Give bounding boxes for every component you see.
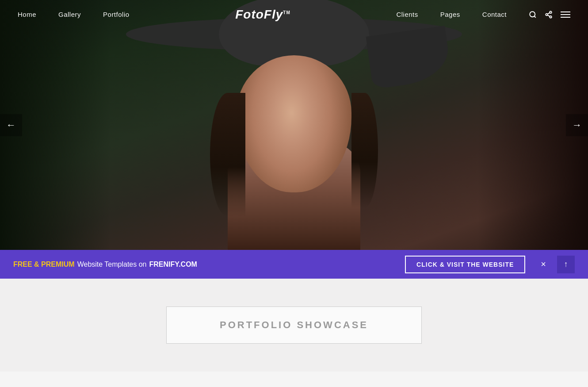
- portfolio-showcase-label: PORTFOLIO SHOWCASE: [220, 319, 368, 330]
- svg-line-1: [534, 16, 535, 17]
- svg-line-5: [547, 15, 550, 16]
- svg-point-0: [530, 11, 535, 17]
- left-arrow-icon: ←: [6, 119, 16, 131]
- nav-item-pages[interactable]: Pages: [440, 11, 460, 18]
- search-icon[interactable]: [529, 11, 537, 19]
- nav-right: Clients Pages Contact: [396, 11, 570, 19]
- banner-frenify-label: FRENIFY.COM: [149, 261, 197, 268]
- svg-point-3: [546, 13, 548, 15]
- navbar: Home Gallery Portfolio FotoFlyTM Clients…: [0, 0, 588, 29]
- promo-banner: FREE & PREMIUM Website Templates on FREN…: [0, 250, 588, 279]
- hero-section: Home Gallery Portfolio FotoFlyTM Clients…: [0, 0, 588, 250]
- svg-point-4: [550, 16, 552, 18]
- nav-left: Home Gallery Portfolio: [18, 11, 130, 18]
- nav-item-home[interactable]: Home: [18, 11, 36, 18]
- share-icon[interactable]: [545, 11, 553, 19]
- right-arrow-icon: →: [572, 119, 582, 131]
- portfolio-showcase-box: PORTFOLIO SHOWCASE: [166, 307, 422, 344]
- banner-text: FREE & PREMIUM Website Templates on FREN…: [13, 261, 396, 268]
- banner-close-button[interactable]: ×: [541, 259, 546, 269]
- nav-item-clients[interactable]: Clients: [396, 11, 418, 18]
- banner-free-label: FREE & PREMIUM: [13, 261, 75, 268]
- hamburger-line-2: [561, 14, 570, 15]
- logo[interactable]: FotoFlyTM: [235, 8, 290, 22]
- nav-item-gallery[interactable]: Gallery: [58, 11, 81, 18]
- hamburger-line-1: [561, 11, 570, 12]
- next-arrow-button[interactable]: →: [566, 114, 588, 136]
- content-area: PORTFOLIO SHOWCASE: [0, 279, 588, 372]
- nav-item-contact[interactable]: Contact: [482, 11, 507, 18]
- scroll-top-button[interactable]: ↑: [557, 256, 575, 273]
- svg-point-2: [550, 11, 552, 13]
- banner-cta-button[interactable]: CLICK & VISIT THE WEBSITE: [405, 256, 525, 273]
- prev-arrow-button[interactable]: ←: [0, 114, 22, 136]
- svg-line-6: [547, 12, 550, 14]
- hero-background: [0, 0, 588, 250]
- hamburger-menu-icon[interactable]: [561, 11, 570, 18]
- nav-icons: [529, 11, 570, 19]
- hamburger-line-3: [561, 17, 570, 18]
- nav-item-portfolio[interactable]: Portfolio: [103, 11, 130, 18]
- banner-regular-text: Website Templates on: [77, 261, 147, 268]
